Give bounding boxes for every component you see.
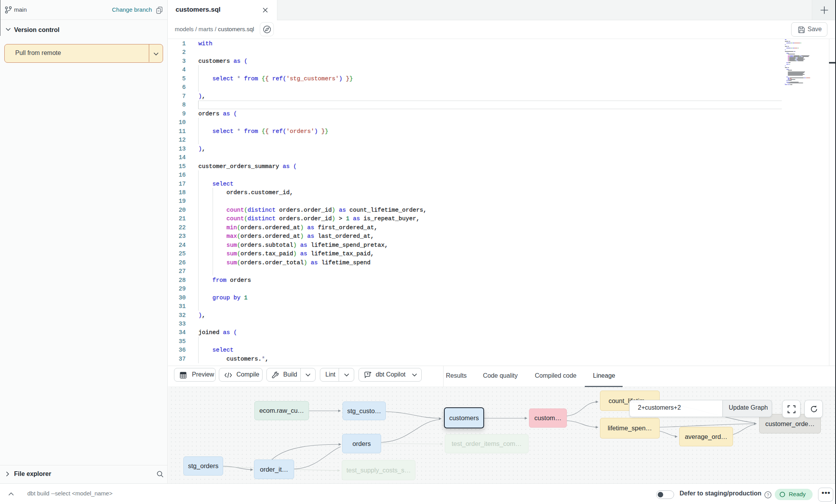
svg-text:?: ? bbox=[767, 493, 769, 497]
